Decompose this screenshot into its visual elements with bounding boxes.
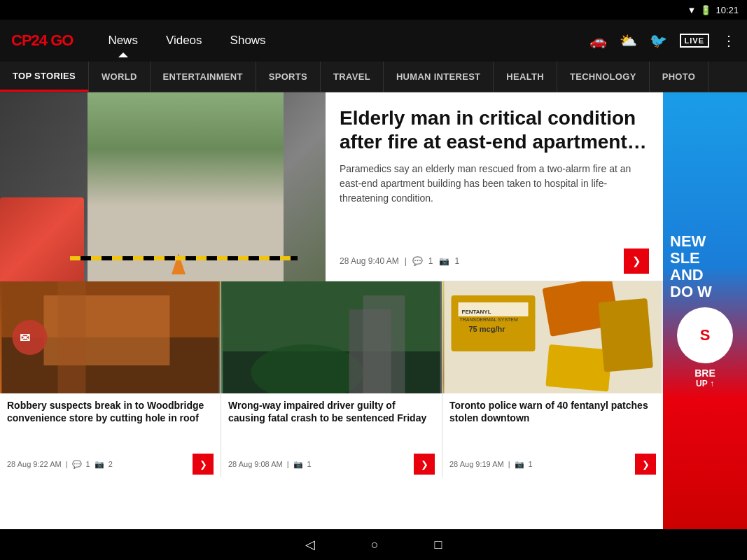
photo-icon: 📷 (439, 256, 449, 266)
svg-text:TRANSDERMAL SYSTEM: TRANSDERMAL SYSTEM (460, 317, 519, 322)
robbery-photo-icon: 📷 (95, 460, 104, 469)
article-driver-image (221, 281, 442, 393)
featured-article[interactable]: Elderly man in critical condition after … (0, 92, 663, 281)
nav-bar: CP24 GO News Videos Shows 🚗 ⛅ 🐦 LIVE ⋮ (0, 20, 747, 62)
tab-top-stories[interactable]: TOP STORIES (0, 62, 89, 92)
nav-videos[interactable]: Videos (152, 20, 216, 62)
robbery-share-icon: ❯ (200, 459, 207, 470)
nav-icons: 🚗 ⛅ 🐦 LIVE ⋮ (589, 32, 736, 49)
meta-info: 28 Aug 9:40 AM | 💬 1 📷 1 (340, 256, 459, 266)
tab-technology[interactable]: TECHNOLOGY (557, 62, 650, 92)
article-driver-content: Wrong-way impaired driver guilty of caus… (221, 393, 442, 477)
robbery-photo-count: 2 (109, 460, 113, 468)
logo-go: GO (47, 31, 73, 49)
featured-image (0, 92, 326, 281)
robbery-meta-info: 28 Aug 9:22 AM | 💬 1 📷 2 (7, 460, 113, 469)
home-button[interactable]: ○ (371, 538, 379, 552)
nav-shows[interactable]: Shows (216, 20, 280, 62)
time-display: 10:21 (715, 5, 739, 15)
logo-cp24: CP24 (11, 31, 47, 49)
article-robbery[interactable]: ✉ Robbery suspects break in to Woodbridg… (0, 281, 221, 477)
article-robbery-title: Robbery suspects break in to Woodbridge … (7, 399, 214, 449)
comment-count: 1 (428, 256, 433, 266)
ad-text-3: AND (670, 267, 740, 284)
article-fentanyl-content: Toronto police warn of 40 fentanyl patch… (442, 393, 663, 477)
svg-rect-3 (58, 281, 86, 393)
article-fentanyl-image: FENTANYL TRANSDERMAL SYSTEM 75 mcg/hr (442, 281, 663, 393)
fentanyl-photo-icon: 📷 (515, 460, 524, 469)
logo[interactable]: CP24 GO (11, 31, 73, 50)
robbery-comment-count: 1 (86, 460, 90, 468)
articles-area: Elderly man in critical condition after … (0, 92, 663, 529)
article-robbery-content: Robbery suspects break in to Woodbridge … (0, 393, 221, 477)
driver-photo-count: 1 (307, 460, 312, 468)
tab-world[interactable]: WORLD (89, 62, 151, 92)
robbery-share-button[interactable]: ❯ (193, 454, 214, 475)
article-robbery-image: ✉ (0, 281, 221, 393)
tab-travel[interactable]: TRAVEL (321, 62, 384, 92)
robbery-timestamp: 28 Aug 9:22 AM (7, 460, 62, 468)
svg-point-4 (13, 320, 48, 355)
nav-links: News Videos Shows (94, 20, 589, 62)
driver-share-icon: ❯ (421, 459, 428, 470)
svg-rect-19 (599, 298, 653, 372)
status-bar: ▼ 🔋 10:21 (0, 0, 747, 20)
nav-news[interactable]: News (94, 20, 152, 62)
featured-content: Elderly man in critical condition after … (326, 92, 663, 281)
featured-title: Elderly man in critical condition after … (340, 106, 649, 153)
svg-text:75 mcg/hr: 75 mcg/hr (469, 325, 506, 333)
recent-button[interactable]: □ (435, 538, 442, 552)
svg-text:FENTANYL: FENTANYL (462, 309, 491, 315)
photo-count: 1 (455, 256, 460, 266)
article-driver-title: Wrong-way impaired driver guilty of caus… (228, 399, 435, 449)
featured-meta: 28 Aug 9:40 AM | 💬 1 📷 1 ❯ (340, 248, 649, 274)
tab-entertainment[interactable]: ENTERTAINMENT (151, 62, 256, 92)
fentanyl-scene-svg: FENTANYL TRANSDERMAL SYSTEM 75 mcg/hr (442, 281, 663, 393)
ad-panel: NEW SLE AND DO W S BRE UP ↑ (663, 92, 747, 529)
ad-text-4: DO W (670, 284, 740, 300)
tab-photo[interactable]: PHOTO (650, 62, 709, 92)
article-fentanyl-meta: 28 Aug 9:19 AM | 📷 1 ❯ (449, 454, 656, 475)
android-nav-bar: ◁ ○ □ (0, 529, 747, 560)
fentanyl-share-button[interactable]: ❯ (635, 454, 656, 475)
wifi-icon: ▼ (687, 5, 697, 15)
featured-share-button[interactable]: ❯ (624, 248, 649, 274)
article-driver-meta: 28 Aug 9:08 AM | 📷 1 ❯ (228, 454, 435, 475)
tab-health[interactable]: HEALTH (494, 62, 557, 92)
battery-icon: 🔋 (700, 5, 711, 15)
fentanyl-photo-count: 1 (529, 460, 533, 468)
robbery-separator: | (66, 460, 68, 468)
svg-rect-10 (363, 295, 405, 393)
main-content: Elderly man in critical condition after … (0, 92, 747, 529)
ad-text-1: NEW (670, 233, 740, 250)
driver-photo-icon: 📷 (293, 460, 303, 469)
tab-human-interest[interactable]: HUMAN INTEREST (384, 62, 494, 92)
fentanyl-separator: | (508, 460, 510, 468)
more-icon[interactable]: ⋮ (722, 32, 736, 49)
weather-icon[interactable]: ⛅ (620, 32, 637, 49)
ad-bottom-text: BRE (694, 368, 715, 379)
ad-up-text: UP ↑ (696, 379, 714, 388)
driver-separator: | (287, 460, 289, 468)
category-tabs: TOP STORIES WORLD ENTERTAINMENT SPORTS T… (0, 62, 747, 92)
robbery-scene-svg: ✉ (0, 281, 221, 393)
robbery-comment-icon: 💬 (72, 460, 82, 469)
article-driver[interactable]: Wrong-way impaired driver guilty of caus… (221, 281, 442, 477)
back-button[interactable]: ◁ (305, 537, 315, 552)
featured-description: Paramedics say an elderly man rescued fr… (340, 162, 649, 241)
secondary-articles: ✉ Robbery suspects break in to Woodbridg… (0, 281, 663, 477)
article-fentanyl[interactable]: FENTANYL TRANSDERMAL SYSTEM 75 mcg/hr To… (442, 281, 663, 477)
driver-meta-info: 28 Aug 9:08 AM | 📷 1 (228, 460, 312, 469)
car-icon[interactable]: 🚗 (589, 32, 607, 49)
article-fentanyl-title: Toronto police warn of 40 fentanyl patch… (449, 399, 656, 449)
ad-text-2: SLE (670, 250, 740, 267)
featured-timestamp: 28 Aug 9:40 AM (340, 256, 399, 266)
fentanyl-timestamp: 28 Aug 9:19 AM (449, 460, 504, 468)
live-badge[interactable]: LIVE (680, 34, 709, 48)
driver-timestamp: 28 Aug 9:08 AM (228, 460, 283, 468)
fentanyl-meta-info: 28 Aug 9:19 AM | 📷 1 (449, 460, 533, 469)
ad-circle-logo: S (677, 307, 733, 363)
driver-share-button[interactable]: ❯ (414, 454, 435, 475)
twitter-icon[interactable]: 🐦 (650, 32, 667, 49)
tab-sports[interactable]: SPORTS (256, 62, 321, 92)
